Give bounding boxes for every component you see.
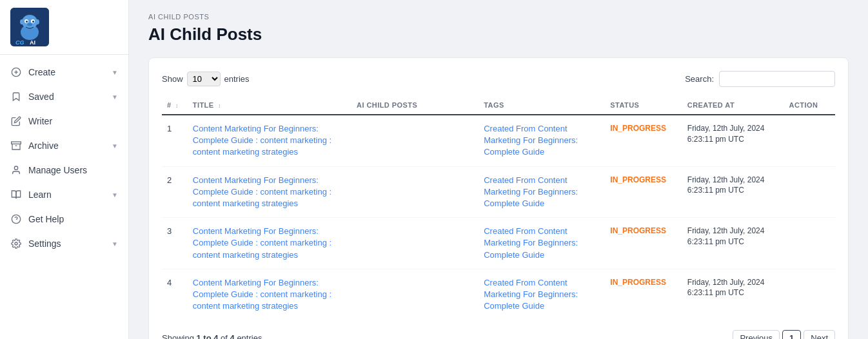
show-entries: Show 10 25 50 100 entries [162, 72, 250, 86]
col-num: # ↕ [162, 96, 188, 115]
chevron-down-icon: ▼ [112, 69, 118, 76]
table-row: 1 Content Marketing For Beginners: Compl… [162, 115, 835, 166]
svg-point-8 [35, 19, 39, 24]
archive-icon [10, 140, 22, 151]
sidebar-item-archive-label: Archive [28, 140, 59, 151]
cell-created-at: Friday, 12th July, 2024 6:23:11 pm UTC [682, 269, 784, 320]
cell-status: IN_PROGRESS [605, 218, 682, 269]
user-icon [10, 164, 22, 176]
table-controls: Show 10 25 50 100 entries Search: [162, 71, 835, 87]
cell-num: 4 [162, 269, 188, 320]
sidebar: CG AI Create ▼ [0, 0, 129, 339]
cell-title: Content Marketing For Beginners: Complet… [188, 269, 351, 320]
sidebar-item-saved[interactable]: Saved ▼ [0, 84, 128, 109]
entries-select[interactable]: 10 25 50 100 [187, 72, 221, 86]
sidebar-item-settings[interactable]: Settings ▼ [0, 231, 128, 256]
cell-tags: Created From Content Marketing For Begin… [478, 269, 605, 320]
cell-created-at: Friday, 12th July, 2024 6:23:11 pm UTC [682, 115, 784, 166]
edit-icon [10, 115, 22, 127]
table-row: 4 Content Marketing For Beginners: Compl… [162, 269, 835, 320]
cell-tags: Created From Content Marketing For Begin… [478, 218, 605, 269]
cell-action [784, 166, 835, 218]
table-header: # ↕ TITLE ↕ AI CHILD POSTS TAGS STATUS C… [162, 96, 835, 115]
col-status: STATUS [605, 96, 682, 115]
col-action: ACTION [784, 96, 835, 115]
cell-num: 2 [162, 166, 188, 218]
sidebar-item-get-help-label: Get Help [28, 214, 64, 224]
sidebar-item-learn[interactable]: Learn ▼ [0, 182, 128, 207]
chevron-down-icon: ▼ [112, 191, 118, 199]
cell-created-at: Friday, 12th July, 2024 6:23:11 pm UTC [682, 166, 784, 218]
svg-point-2 [22, 15, 37, 29]
cell-action [784, 269, 835, 320]
search-box: Search: [685, 71, 835, 87]
sidebar-item-writer-label: Writer [28, 116, 52, 126]
pagination: Previous 1 Next [733, 330, 835, 339]
logo: CG AI [0, 0, 128, 55]
table-body: 1 Content Marketing For Beginners: Compl… [162, 115, 835, 320]
cell-action [784, 115, 835, 166]
cell-status: IN_PROGRESS [605, 115, 682, 166]
svg-text:CG: CG [15, 39, 25, 46]
svg-rect-15 [12, 142, 21, 144]
svg-point-17 [14, 166, 17, 170]
sidebar-item-archive[interactable]: Archive ▼ [0, 133, 128, 158]
sidebar-nav: Create ▼ Saved ▼ Writer [0, 55, 128, 339]
sidebar-item-manage-users-label: Manage Users [28, 165, 87, 175]
chevron-down-icon: ▼ [112, 93, 118, 101]
show-label: Show [162, 74, 183, 84]
plus-circle-icon [10, 66, 22, 78]
table-footer: Showing 1 to 4 of 4 entries Previous 1 N… [162, 330, 835, 339]
col-tags: TAGS [478, 96, 605, 115]
sidebar-item-create[interactable]: Create ▼ [0, 60, 128, 84]
showing-text: Showing 1 to 4 of 4 entries [162, 333, 262, 339]
cell-title: Content Marketing For Beginners: Complet… [188, 115, 351, 166]
sidebar-item-manage-users[interactable]: Manage Users [0, 158, 128, 182]
col-title: TITLE ↕ [188, 96, 351, 115]
sidebar-item-create-label: Create [28, 67, 55, 77]
cell-ai-child-posts [351, 115, 478, 166]
cell-title: Content Marketing For Beginners: Complet… [188, 218, 351, 269]
search-input[interactable] [719, 71, 835, 87]
logo-image: CG AI [10, 8, 49, 46]
bookmark-icon [10, 91, 22, 102]
chevron-down-icon: ▼ [112, 240, 118, 247]
sidebar-item-saved-label: Saved [28, 92, 54, 102]
sidebar-item-writer[interactable]: Writer [0, 109, 128, 133]
table-row: 3 Content Marketing For Beginners: Compl… [162, 218, 835, 269]
svg-point-7 [20, 19, 24, 24]
ai-child-posts-table: # ↕ TITLE ↕ AI CHILD POSTS TAGS STATUS C… [162, 96, 835, 320]
svg-point-5 [26, 21, 28, 23]
book-open-icon [10, 189, 22, 200]
main-content: AI CHILD POSTS AI Child Posts Show 10 25… [129, 0, 868, 339]
cell-tags: Created From Content Marketing For Begin… [478, 166, 605, 218]
svg-point-6 [32, 21, 34, 23]
chevron-down-icon: ▼ [112, 142, 118, 150]
cell-num: 3 [162, 218, 188, 269]
col-created-at: CREATED AT [682, 96, 784, 115]
cell-title: Content Marketing For Beginners: Complet… [188, 166, 351, 218]
cell-action [784, 218, 835, 269]
cell-created-at: Friday, 12th July, 2024 6:23:11 pm UTC [682, 218, 784, 269]
breadcrumb: AI CHILD POSTS [148, 13, 849, 21]
page-title: AI Child Posts [148, 24, 849, 44]
col-ai-child-posts: AI CHILD POSTS [351, 96, 478, 115]
sort-icon: ↕ [175, 102, 179, 109]
sidebar-item-settings-label: Settings [28, 238, 61, 249]
cell-num: 1 [162, 115, 188, 166]
help-circle-icon [10, 213, 22, 225]
cell-ai-child-posts [351, 166, 478, 218]
cell-ai-child-posts [351, 269, 478, 320]
table-row: 2 Content Marketing For Beginners: Compl… [162, 166, 835, 218]
search-label: Search: [685, 74, 714, 84]
sort-icon: ↕ [218, 102, 221, 109]
previous-button[interactable]: Previous [733, 330, 780, 339]
sidebar-item-get-help[interactable]: Get Help [0, 207, 128, 231]
next-button[interactable]: Next [804, 330, 835, 339]
page-1-button[interactable]: 1 [782, 330, 801, 339]
cell-status: IN_PROGRESS [605, 166, 682, 218]
data-card: Show 10 25 50 100 entries Search: # [148, 57, 849, 339]
entries-label: entries [224, 74, 250, 84]
svg-point-11 [27, 23, 32, 26]
cell-ai-child-posts [351, 218, 478, 269]
